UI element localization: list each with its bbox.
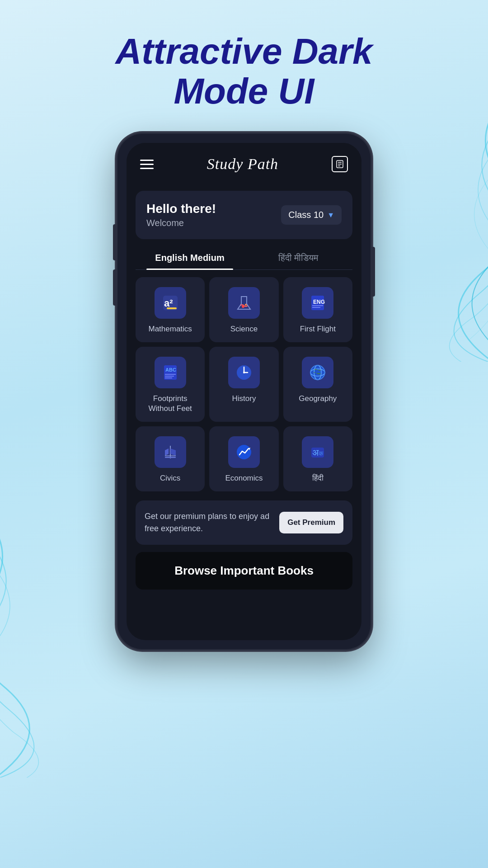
- app-logo: Study Path: [207, 156, 278, 173]
- tab-hindi-medium[interactable]: हिंदी मीडियम: [244, 246, 352, 269]
- subject-card-economics[interactable]: Economics: [209, 426, 278, 491]
- svg-point-8: [245, 304, 247, 306]
- dropdown-arrow-icon: ▼: [327, 211, 334, 219]
- get-premium-button[interactable]: Get Premium: [279, 512, 343, 533]
- wave-left-decoration: [0, 506, 68, 778]
- notes-button[interactable]: [332, 156, 348, 172]
- mathematics-label: Mathematics: [148, 324, 192, 334]
- tab-english-medium[interactable]: English Medium: [136, 246, 244, 269]
- phone-screen: Study Path Hello there! Welcome: [127, 143, 361, 640]
- science-label: Science: [230, 324, 258, 334]
- hindi-icon: अ क: [302, 436, 333, 468]
- browse-books-button[interactable]: Browse Important Books: [136, 552, 352, 590]
- welcome-card: Hello there! Welcome Class 10 ▼: [136, 191, 352, 239]
- subject-card-hindi[interactable]: अ क हिंदी: [283, 426, 352, 491]
- wave-right-decoration: [420, 90, 488, 362]
- hindi-label: हिंदी: [312, 473, 324, 483]
- phone-mockup: Study Path Hello there! Welcome: [117, 134, 371, 649]
- welcome-heading: Hello there!: [146, 202, 216, 216]
- subject-card-geography[interactable]: Geography: [283, 347, 352, 422]
- page-title-section: Attractive Dark Mode UI: [115, 32, 372, 111]
- page-title: Attractive Dark Mode UI: [115, 32, 372, 111]
- svg-point-7: [242, 305, 244, 308]
- menu-button[interactable]: [140, 160, 154, 169]
- footprints-icon: ABC: [155, 357, 186, 388]
- first-flight-label: First Flight: [300, 324, 336, 334]
- subject-card-science[interactable]: Science: [209, 277, 278, 342]
- subject-card-first-flight[interactable]: ENG First Flight: [283, 277, 352, 342]
- app-header: Study Path: [127, 143, 361, 182]
- geography-label: Geography: [299, 394, 337, 404]
- svg-text:a²: a²: [164, 297, 173, 309]
- class-selector[interactable]: Class 10 ▼: [281, 205, 342, 225]
- history-icon: [228, 357, 260, 388]
- welcome-text: Hello there! Welcome: [146, 202, 216, 228]
- footprints-label: Footprints Without Feet: [140, 394, 200, 414]
- subject-card-footprints[interactable]: ABC Footprints Without Feet: [136, 347, 205, 422]
- science-icon: [228, 287, 260, 319]
- civics-label: Civics: [160, 473, 180, 483]
- economics-icon: [228, 436, 260, 468]
- svg-text:ABC: ABC: [165, 367, 176, 373]
- svg-rect-6: [167, 307, 177, 309]
- svg-rect-25: [165, 457, 176, 458]
- svg-text:अ: अ: [312, 448, 319, 458]
- history-label: History: [232, 394, 256, 404]
- mathematics-icon: a²: [155, 287, 186, 319]
- subject-card-civics[interactable]: Civics: [136, 426, 205, 491]
- subjects-grid: a² Mathematics: [136, 277, 352, 491]
- geography-icon: [302, 357, 333, 388]
- phone-frame: Study Path Hello there! Welcome: [117, 134, 371, 649]
- welcome-sub: Welcome: [146, 218, 216, 228]
- premium-text: Get our premium plans to enjoy ad free e…: [145, 510, 272, 535]
- premium-banner: Get our premium plans to enjoy ad free e…: [136, 500, 352, 545]
- svg-text:क: क: [318, 450, 324, 457]
- civics-icon: [155, 436, 186, 468]
- first-flight-icon: ENG: [302, 287, 333, 319]
- medium-tabs: English Medium हिंदी मीडियम: [136, 246, 352, 270]
- subject-card-history[interactable]: History: [209, 347, 278, 422]
- svg-text:ENG: ENG: [313, 299, 325, 305]
- economics-label: Economics: [225, 473, 263, 483]
- subject-card-mathematics[interactable]: a² Mathematics: [136, 277, 205, 342]
- svg-point-19: [243, 372, 245, 373]
